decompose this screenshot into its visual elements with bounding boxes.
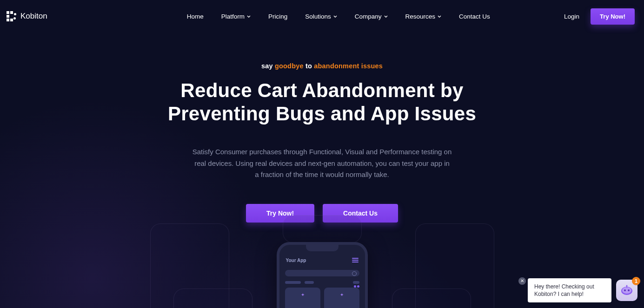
hero-eyebrow: say goodbye to abandonment issues — [0, 62, 644, 70]
ghost-phone — [173, 288, 252, 308]
brand-name: Kobiton — [20, 12, 47, 21]
login-link[interactable]: Login — [564, 13, 579, 20]
phone-illustration: Your App ✦ ✦ — [201, 242, 443, 308]
svg-point-9 — [624, 289, 626, 291]
chevron-down-icon — [333, 13, 337, 20]
brand-logo[interactable]: Kobiton — [7, 11, 47, 21]
notification-badge: 1 — [632, 277, 640, 285]
ghost-phone — [392, 288, 471, 308]
chevron-down-icon — [438, 13, 441, 20]
secondary-nav: Login Try Now! — [564, 8, 635, 25]
chat-message: Hey there! Checking out Kobiton? I can h… — [534, 283, 594, 297]
svg-point-10 — [628, 289, 630, 291]
chat-widget: ✕ Hey there! Checking out Kobiton? I can… — [528, 278, 637, 302]
nav-home[interactable]: Home — [187, 13, 204, 20]
svg-rect-1 — [10, 11, 13, 14]
search-bar-mock — [285, 270, 359, 276]
bot-icon — [620, 285, 634, 296]
svg-rect-2 — [7, 15, 9, 18]
nav-resources[interactable]: Resources — [405, 13, 442, 20]
svg-rect-6 — [13, 17, 16, 20]
sparkle-icon: ✦ — [301, 292, 305, 297]
svg-rect-4 — [7, 19, 9, 21]
site-header: Kobiton Home Platform Pricing Solutions … — [0, 0, 644, 26]
nav-platform[interactable]: Platform — [221, 13, 251, 20]
svg-rect-0 — [7, 11, 9, 14]
primary-nav: Home Platform Pricing Solutions Company … — [187, 13, 490, 20]
hero-section: say goodbye to abandonment issues Reduce… — [0, 62, 644, 308]
svg-point-8 — [622, 287, 631, 294]
chevron-down-icon — [247, 13, 251, 20]
grid-icon — [353, 281, 359, 284]
close-icon[interactable]: ✕ — [518, 277, 526, 285]
nav-contact-us[interactable]: Contact Us — [459, 13, 490, 20]
chips-row — [279, 281, 365, 288]
try-now-button-header[interactable]: Try Now! — [591, 8, 635, 25]
nav-solutions[interactable]: Solutions — [305, 13, 337, 20]
phone-notch — [306, 245, 339, 251]
app-title: Your App — [286, 258, 306, 263]
hero-title: Reduce Cart Abandonment by Preventing Bu… — [0, 79, 644, 126]
nav-company[interactable]: Company — [355, 13, 388, 20]
svg-rect-5 — [10, 19, 13, 21]
phone-mock: Your App ✦ ✦ — [277, 242, 368, 308]
brand-logo-icon — [7, 11, 17, 21]
chat-bot-button[interactable]: 1 — [616, 280, 637, 301]
tiles-row: ✦ ✦ — [279, 288, 365, 308]
chevron-down-icon — [384, 13, 388, 20]
nav-pricing[interactable]: Pricing — [268, 13, 287, 20]
sparkle-icon: ✦ — [340, 292, 344, 297]
svg-point-12 — [626, 285, 628, 286]
hero-subtext: Satisfy Consumer purchases through Funct… — [192, 146, 452, 181]
svg-rect-3 — [14, 13, 16, 15]
menu-icon — [352, 257, 359, 263]
chat-bubble[interactable]: ✕ Hey there! Checking out Kobiton? I can… — [528, 278, 611, 302]
ghost-phone — [283, 215, 362, 243]
